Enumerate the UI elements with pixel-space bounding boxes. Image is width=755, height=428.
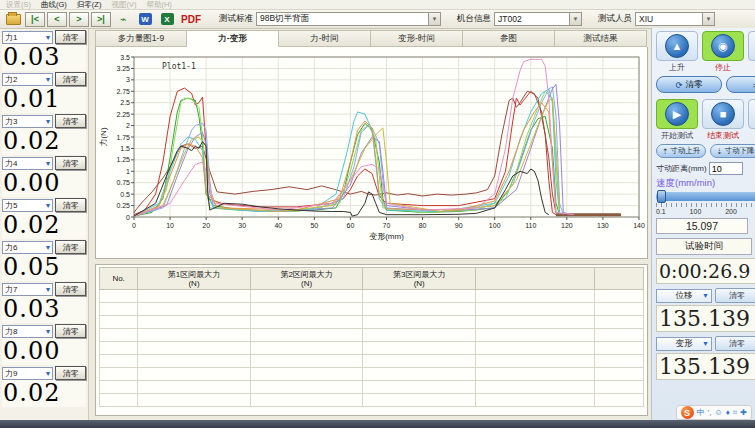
svg-text:110: 110 (525, 222, 536, 229)
force-channel-select[interactable]: 力6▼ (2, 241, 53, 254)
tab-bar: 多力量图1-9力-变形力-时间变形-时间参图测试结果 (95, 30, 651, 47)
table-cell (594, 394, 643, 407)
jog-distance-input[interactable] (709, 162, 743, 175)
table-cell (138, 303, 251, 316)
channel-clear-button[interactable]: 清零 (55, 198, 86, 212)
deform-select[interactable]: 变形 ▼ (656, 337, 712, 351)
displacement-select[interactable]: 位移 ▼ (656, 289, 712, 303)
channel-clear-button[interactable]: 清零 (55, 30, 86, 44)
emoji-icon[interactable]: ☺ (715, 408, 723, 417)
speed-slider[interactable] (656, 192, 755, 201)
deform-clear-button[interactable]: 清零 (715, 336, 755, 351)
machine-info-label: 机台信息 (457, 13, 491, 25)
force-channel-label: 力1 (5, 32, 17, 43)
force-channel-select[interactable]: 力1▼ (2, 31, 53, 44)
col-header: 第3区间最大力(N) (363, 268, 476, 290)
curve-button[interactable]: ⌁ (113, 12, 133, 27)
force-channel-select[interactable]: 力5▼ (2, 199, 53, 212)
channel-clear-button[interactable]: 清零 (55, 282, 86, 296)
channel-clear-button[interactable]: 清零 (55, 114, 86, 128)
tab-力-变形[interactable]: 力-变形 (187, 30, 279, 47)
jog-up-button[interactable]: ⇡ 寸动上升 (656, 144, 706, 158)
table-row[interactable] (100, 355, 644, 368)
mic-icon[interactable]: ♦ (726, 408, 730, 417)
lang-icon[interactable]: 中 (697, 407, 705, 418)
svg-text:50: 50 (310, 222, 318, 229)
menu-item[interactable]: 曲线(G) (41, 0, 67, 10)
jog-down-button[interactable]: ⇣ 寸动下降 (710, 144, 755, 158)
table-row[interactable] (100, 394, 644, 407)
table-cell (476, 355, 595, 368)
folder-icon (6, 14, 21, 25)
force-channel-select[interactable]: 力9▼ (2, 367, 53, 380)
table-cell (250, 290, 363, 303)
table-cell (363, 368, 476, 381)
open-file-button[interactable] (3, 12, 23, 27)
force-channel-select[interactable]: 力7▼ (2, 283, 53, 296)
svg-text:Plot1-1: Plot1-1 (162, 62, 196, 71)
table-cell (594, 316, 643, 329)
keyboard-icon[interactable]: ⌗ (733, 408, 738, 418)
punct-icon[interactable]: ’, (708, 408, 712, 417)
nav-prev-button[interactable]: < (47, 12, 67, 27)
nav-first-button[interactable]: |< (25, 12, 45, 27)
sogou-logo-icon[interactable]: S (681, 406, 694, 419)
svg-text:2: 2 (126, 122, 130, 129)
nav-next-button[interactable]: > (69, 12, 89, 27)
nav-last-button[interactable]: >| (91, 12, 111, 27)
table-row[interactable] (100, 303, 644, 316)
export-pdf-button[interactable]: PDF (179, 14, 203, 25)
col-header: 第1区间最大力(N) (138, 268, 251, 290)
table-cell (476, 303, 595, 316)
export-excel-button[interactable]: X (157, 12, 177, 27)
table-row[interactable] (100, 329, 644, 342)
tab-测试结果[interactable]: 测试结果 (555, 30, 647, 47)
slider-thumb[interactable] (657, 190, 666, 203)
up-button[interactable]: ▲ 上升 (656, 31, 698, 73)
sogou-input-bar[interactable]: S 中 ’, ☺ ♦ ⌗ ✚ (676, 405, 752, 420)
tab-力-时间[interactable]: 力-时间 (279, 30, 371, 47)
scale-label: 100 (690, 208, 702, 215)
table-cell (476, 329, 595, 342)
tester-select[interactable]: XIU ▼ (635, 12, 715, 26)
toolbox-icon[interactable]: ✚ (740, 408, 747, 417)
channel-clear-button[interactable]: 清零 (55, 72, 86, 86)
clear-button[interactable]: ⟳ 清零 (656, 76, 722, 93)
force-channel-select[interactable]: 力2▼ (2, 73, 53, 86)
start-test-button[interactable]: ▶ 开始测试 (656, 99, 698, 141)
table-row[interactable] (100, 368, 644, 381)
table-row[interactable] (100, 381, 644, 394)
channel-clear-button[interactable]: 清零 (55, 240, 86, 254)
force-channel-select[interactable]: 力3▼ (2, 115, 53, 128)
return-zero-button[interactable]: ≍ (726, 76, 755, 93)
pause-button[interactable]: ❚❚ 暂停 (748, 99, 755, 141)
svg-text:90: 90 (455, 222, 463, 229)
slider-ticks (656, 203, 755, 207)
menu-item[interactable]: 归零(Z) (77, 0, 102, 10)
displacement-clear-button[interactable]: 清零 (715, 288, 755, 303)
channel-clear-button[interactable]: 清零 (55, 366, 86, 380)
table-row[interactable] (100, 316, 644, 329)
taskbar[interactable] (0, 420, 755, 428)
stop-button[interactable]: ◉ 停止 (702, 31, 744, 73)
table-row[interactable] (100, 342, 644, 355)
test-standard-select[interactable]: 98B切半背面 ▼ (256, 12, 441, 26)
jog-distance-label: 寸动距离(mm) (656, 163, 707, 174)
table-row[interactable] (100, 290, 644, 303)
force-channel-select[interactable]: 力4▼ (2, 157, 53, 170)
end-test-button[interactable]: ■ 结束测试 (702, 99, 744, 141)
channel-clear-button[interactable]: 清零 (55, 156, 86, 170)
svg-text:100: 100 (489, 222, 501, 229)
svg-text:2.25: 2.25 (116, 111, 130, 118)
down-button[interactable]: ▼ 下降 (748, 31, 755, 73)
force-channel-select[interactable]: 力8▼ (2, 325, 53, 338)
export-word-button[interactable]: W (135, 12, 155, 27)
channel-clear-button[interactable]: 清零 (55, 324, 86, 338)
col-header (476, 268, 595, 290)
chevron-down-icon: ▼ (702, 340, 709, 347)
force-channel-value: 0.00 (2, 170, 86, 197)
tab-参图[interactable]: 参图 (463, 30, 555, 47)
tab-多力量图1-9[interactable]: 多力量图1-9 (95, 30, 187, 47)
machine-info-select[interactable]: JT002 ▼ (494, 12, 582, 26)
tab-变形-时间[interactable]: 变形-时间 (371, 30, 463, 47)
